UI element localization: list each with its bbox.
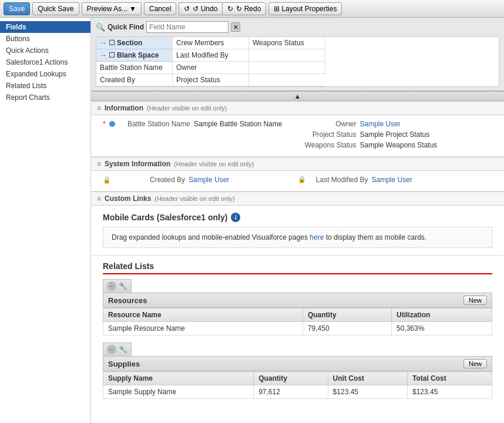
- sidebar-item-expanded-lookups[interactable]: Expanded Lookups: [0, 68, 90, 80]
- field-cell-crew-members[interactable]: Crew Members: [173, 37, 249, 49]
- mobile-cards-info-icon[interactable]: i: [231, 213, 240, 222]
- supplies-controls: − 🔧: [103, 343, 132, 356]
- layout-canvas: ▲ ≡ Information (Header visible on edit …: [91, 92, 504, 423]
- resources-table-header: Resources New: [103, 293, 492, 308]
- supplies-settings-icon[interactable]: 🔧: [119, 345, 127, 354]
- owner-link[interactable]: Sample User: [360, 120, 401, 128]
- supplies-new-button[interactable]: New: [463, 359, 487, 368]
- required-star: *: [103, 120, 106, 128]
- resources-controls: − 🔧: [103, 279, 132, 293]
- custom-links-section-header: ≡ Custom Links (Header visible on edit o…: [91, 192, 504, 206]
- field-grid: → ☐ Section Crew Members Weapons Status …: [96, 36, 499, 87]
- redo-button[interactable]: ↻ ↻ Redo: [222, 2, 266, 15]
- main-container: Fields Buttons Quick Actions Salesforce1…: [0, 18, 504, 423]
- table-row: Sample Supply Name 97,612 $123.45 $123.4…: [103, 385, 492, 399]
- resources-collapse-button[interactable]: −: [107, 281, 116, 291]
- resources-table: Resource Name Quantity Utilization Sampl…: [103, 308, 492, 335]
- arrow-icon: →: [100, 39, 107, 47]
- toolbar: Save Quick Save Preview As... ▼ Cancel ↺…: [0, 0, 504, 18]
- layout-properties-button[interactable]: ⊞ Layout Properties: [268, 2, 342, 15]
- resources-new-button[interactable]: New: [463, 296, 487, 305]
- supply-total-cost-cell: $123.45: [408, 385, 492, 399]
- resource-utilization-cell: 50,363%: [391, 322, 492, 335]
- sidebar-item-fields[interactable]: Fields: [0, 21, 90, 33]
- preview-as-button[interactable]: Preview As... ▼: [82, 2, 142, 15]
- supplies-collapse-button[interactable]: −: [107, 345, 116, 354]
- sidebar: Fields Buttons Quick Actions Salesforce1…: [0, 18, 91, 423]
- undo-icon: ↺: [184, 5, 190, 13]
- right-panel: 🔍 Quick Find ✕ → ☐ Section Crew Members …: [91, 18, 504, 423]
- field-cell-empty-2: [249, 62, 325, 74]
- quick-save-button[interactable]: Quick Save: [32, 2, 79, 15]
- field-cell-weapons-status[interactable]: Weapons Status: [249, 37, 325, 49]
- custom-links-icon[interactable]: ≡: [97, 194, 101, 203]
- resources-table-header-row: Resource Name Quantity Utilization: [103, 308, 492, 322]
- dropdown-arrow-icon: ▼: [129, 5, 136, 13]
- information-section-header: ≡ Information (Header visible on edit on…: [91, 101, 504, 115]
- sidebar-item-related-lists[interactable]: Related Lists: [0, 80, 90, 92]
- resources-col-quantity: Quantity: [303, 308, 391, 322]
- mobile-cards-description: Drag expanded lookups and mobile-enabled…: [103, 227, 492, 248]
- sidebar-item-buttons[interactable]: Buttons: [0, 33, 90, 45]
- field-cell-project-status[interactable]: Project Status: [173, 74, 249, 86]
- field-cell-section[interactable]: → ☐ Section: [96, 37, 173, 49]
- table-row: Sample Resource Name 79,450 50,363%: [103, 322, 492, 335]
- supplies-list-block: − 🔧 Supplies New Supply Name Quantity Un…: [103, 343, 492, 399]
- resources-col-name: Resource Name: [103, 308, 303, 322]
- created-by-link[interactable]: Sample User: [189, 176, 229, 184]
- resource-quantity-cell: 79,450: [303, 322, 391, 335]
- resources-table-name: Resources: [108, 296, 459, 305]
- supplies-col-unit-cost: Unit Cost: [328, 372, 407, 385]
- section-collapse-icon[interactable]: ≡: [97, 104, 101, 112]
- resources-col-utilization: Utilization: [391, 308, 492, 322]
- supplies-col-quantity: Quantity: [254, 372, 328, 385]
- system-information-section-header: ≡ System Information (Header visible on …: [91, 157, 504, 171]
- scroll-indicator[interactable]: ▲: [91, 92, 504, 101]
- system-info-row: 🔒 Created By Sample User 🔒 Last Modified…: [103, 176, 492, 184]
- field-cell-owner[interactable]: Owner: [173, 62, 249, 74]
- sidebar-item-sf1-actions[interactable]: Salesforce1 Actions: [0, 56, 90, 68]
- field-type-icon: [109, 121, 115, 127]
- undo-button[interactable]: ↺ ↺ Undo: [179, 2, 222, 15]
- field-cell-last-modified[interactable]: Last Modified By: [173, 49, 249, 62]
- sys-section-icon[interactable]: ≡: [97, 160, 101, 168]
- resource-name-cell: Sample Resource Name: [103, 322, 303, 335]
- cancel-button[interactable]: Cancel: [144, 2, 176, 15]
- field-cell-created-by[interactable]: Created By: [96, 74, 173, 86]
- field-cell-empty-3: [249, 74, 325, 86]
- sidebar-item-report-charts[interactable]: Report Charts: [0, 92, 90, 103]
- system-information-fields: 🔒 Created By Sample User 🔒 Last Modified…: [91, 171, 504, 192]
- checkbox-icon: ☐: [109, 39, 115, 47]
- related-lists-section: Related Lists − 🔧 Resources New R: [91, 256, 504, 399]
- clear-search-button[interactable]: ✕: [231, 22, 240, 32]
- supplies-col-total-cost: Total Cost: [408, 372, 492, 385]
- search-icon: 🔍: [96, 23, 105, 32]
- lock-icon-modified: 🔒: [298, 176, 306, 183]
- quick-find-row: 🔍 Quick Find ✕: [96, 21, 499, 33]
- supplies-col-name: Supply Name: [103, 372, 254, 385]
- supply-unit-cost-cell: $123.45: [328, 385, 407, 399]
- lock-icon-created: 🔒: [103, 176, 111, 184]
- field-cell-battle-station-name[interactable]: Battle Station Name: [96, 62, 173, 74]
- related-lists-title: Related Lists: [103, 261, 492, 274]
- supplies-table-name: Supplies: [108, 360, 459, 368]
- quick-find-label: Quick Find: [107, 23, 144, 31]
- field-cell-empty-1: [249, 49, 325, 62]
- project-status-row: Project Status Sample Project Status: [103, 130, 492, 139]
- field-cell-blank-space[interactable]: → ☐ Blank Space: [96, 49, 173, 62]
- quick-find-input[interactable]: [146, 21, 229, 33]
- supply-name-cell: Sample Supply Name: [103, 385, 254, 399]
- undo-redo-group: ↺ ↺ Undo ↻ ↻ Redo: [179, 2, 266, 15]
- resources-settings-icon[interactable]: 🔧: [119, 282, 127, 290]
- last-modified-link[interactable]: Sample User: [372, 176, 412, 184]
- mobile-cards-section: Mobile Cards (Salesforce1 only) i Drag e…: [91, 206, 504, 256]
- layout-icon: ⊞: [274, 5, 280, 13]
- scroll-up-icon: ▲: [294, 92, 301, 100]
- save-button[interactable]: Save: [4, 2, 30, 15]
- supplies-table: Supply Name Quantity Unit Cost Total Cos…: [103, 371, 492, 399]
- information-section-fields: * Battle Station Name Sample Battle Stat…: [91, 115, 504, 157]
- supplies-table-header: Supplies New: [103, 356, 492, 371]
- sidebar-item-quick-actions[interactable]: Quick Actions: [0, 45, 90, 56]
- weapons-status-row: Weapons Status Sample Weapons Status: [103, 141, 492, 149]
- mobile-cards-link[interactable]: here: [310, 233, 324, 241]
